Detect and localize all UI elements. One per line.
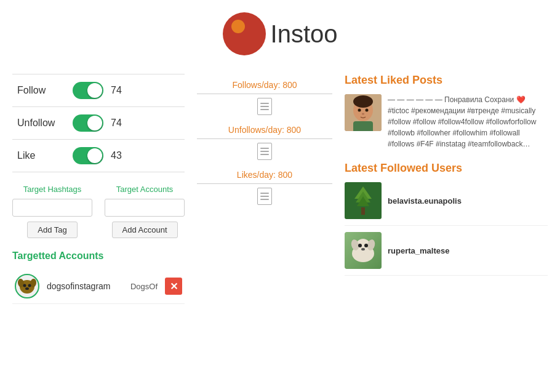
logo-bg-circle <box>223 12 266 55</box>
svg-point-23 <box>358 244 362 247</box>
main-layout: Follow 74 Unfollow 74 Like 43 <box>0 74 560 304</box>
unfollow-toggle[interactable] <box>73 114 103 132</box>
account-tag: DogsOf <box>130 282 158 291</box>
follows-divider <box>197 94 332 94</box>
list-item: belavista.eunapolis <box>345 182 548 226</box>
user-thumbnail <box>345 182 382 219</box>
logo-small-circle <box>231 20 245 33</box>
targetted-accounts-section: Targetted Accounts <box>12 250 185 304</box>
liked-posts-title: Latest Liked Posts <box>345 74 548 87</box>
icon-line-3 <box>260 109 269 110</box>
delete-account-button[interactable]: ✕ <box>165 278 182 295</box>
add-tag-button[interactable]: Add Tag <box>27 222 77 238</box>
likes-icon-box <box>257 188 272 205</box>
like-thumb <box>87 148 102 163</box>
followed-users-section: Latest Followed Users belavista.eunapoli… <box>345 162 548 276</box>
svg-point-11 <box>358 109 361 112</box>
unfollow-thumb <box>87 116 102 130</box>
svg-point-12 <box>366 109 369 112</box>
follows-stat: Follows/day: 800 <box>197 80 332 115</box>
like-count: 43 <box>111 150 122 161</box>
target-accounts-section: Target Accounts Add Account <box>105 185 185 238</box>
icon-line-4 <box>260 148 269 149</box>
icon-line-6 <box>260 154 269 155</box>
svg-point-6 <box>25 287 29 290</box>
targetted-accounts-title: Targetted Accounts <box>12 250 185 262</box>
follow-count: 74 <box>111 85 122 96</box>
icon-line-1 <box>260 103 269 104</box>
unfollows-stat-label: Unfollows/day: 800 <box>197 125 332 135</box>
likes-divider <box>197 183 332 184</box>
unfollows-divider <box>197 138 332 139</box>
add-account-button[interactable]: Add Account <box>112 222 178 238</box>
icon-line-5 <box>260 151 269 152</box>
target-hashtags-input[interactable] <box>12 199 92 217</box>
svg-point-25 <box>361 248 365 250</box>
svg-rect-15 <box>361 207 365 215</box>
header: Instoo <box>0 0 560 74</box>
like-label: Like <box>17 150 73 161</box>
username: belavista.eunapolis <box>388 196 462 206</box>
like-toggle-row: Like 43 <box>12 140 185 172</box>
svg-rect-14 <box>353 121 373 131</box>
like-toggle[interactable] <box>73 147 103 164</box>
unfollow-count: 74 <box>111 118 122 129</box>
svg-point-4 <box>23 284 26 287</box>
follow-thumb <box>87 83 102 98</box>
user-info: belavista.eunapolis <box>388 196 462 206</box>
unfollows-icon-box <box>257 143 272 160</box>
list-item: — — — — — — Понравила Сохрани ❤️ #tictoc… <box>345 94 548 150</box>
target-accounts-input[interactable] <box>105 199 185 217</box>
middle-panel: Follows/day: 800 Unfollows/day: 800 <box>197 74 332 304</box>
followed-users-title: Latest Followed Users <box>345 162 548 175</box>
follows-icon-box <box>257 98 272 115</box>
user-info: ruperta_maltese <box>388 246 449 255</box>
account-username: dogsofinstagram <box>47 281 130 291</box>
svg-point-13 <box>362 113 364 115</box>
list-item: ruperta_maltese <box>345 232 548 276</box>
targets-area: Target Hashtags Add Tag Target Accounts … <box>12 185 185 238</box>
icon-line-9 <box>260 199 269 200</box>
user-thumbnail <box>345 232 382 269</box>
likes-stat: Likes/day: 800 <box>197 170 332 205</box>
svg-point-24 <box>364 244 368 247</box>
avatar <box>15 274 39 298</box>
follow-toggle[interactable] <box>73 82 103 99</box>
svg-point-5 <box>28 284 31 287</box>
icon-line-2 <box>260 106 269 107</box>
liked-posts-section: Latest Liked Posts <box>345 74 548 150</box>
target-accounts-title: Target Accounts <box>105 185 185 194</box>
icon-line-8 <box>260 196 269 197</box>
logo-text: Instoo <box>271 20 338 48</box>
logo-icon <box>223 12 266 55</box>
unfollows-icon-row <box>197 143 332 160</box>
follows-icon-row <box>197 98 332 115</box>
post-thumbnail <box>345 94 382 131</box>
svg-point-10 <box>353 95 373 108</box>
table-row: dogsofinstagram DogsOf ✕ <box>12 269 185 304</box>
target-hashtags-section: Target Hashtags Add Tag <box>12 185 92 238</box>
target-hashtags-title: Target Hashtags <box>12 185 92 194</box>
follow-label: Follow <box>17 85 73 96</box>
unfollow-label: Unfollow <box>17 118 73 129</box>
likes-icon-row <box>197 188 332 205</box>
follows-stat-label: Follows/day: 800 <box>197 80 332 90</box>
unfollows-stat: Unfollows/day: 800 <box>197 125 332 160</box>
post-text-content: — — — — — — Понравила Сохрани ❤️ #tictoc… <box>388 94 548 150</box>
left-panel: Follow 74 Unfollow 74 Like 43 <box>12 74 185 304</box>
right-panel: Latest Liked Posts <box>345 74 548 304</box>
likes-stat-label: Likes/day: 800 <box>197 170 332 180</box>
username: ruperta_maltese <box>388 246 449 255</box>
icon-line-7 <box>260 193 269 194</box>
follow-toggle-row: Follow 74 <box>12 74 185 107</box>
unfollow-toggle-row: Unfollow 74 <box>12 107 185 140</box>
